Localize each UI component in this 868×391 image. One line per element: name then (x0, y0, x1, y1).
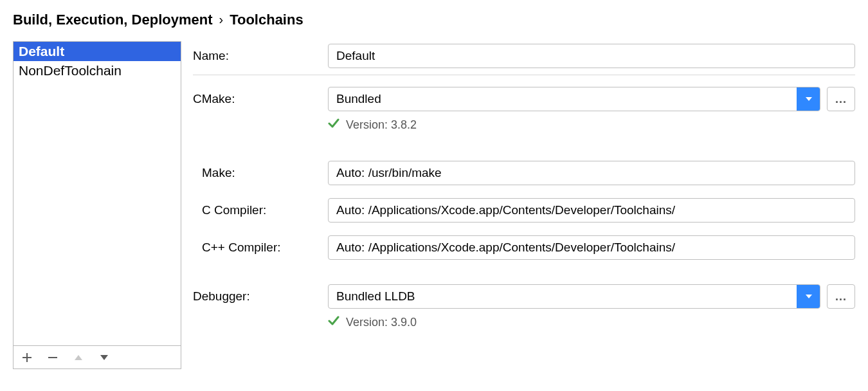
name-label: Name: (193, 49, 328, 63)
cmake-label: CMake: (193, 92, 328, 106)
chevron-down-icon (797, 285, 820, 308)
name-input[interactable] (328, 44, 855, 68)
chevron-down-icon (797, 87, 820, 111)
breadcrumb: Build, Execution, Deployment › Toolchain… (13, 12, 855, 28)
debugger-select[interactable]: Bundled LLDB (328, 284, 820, 309)
move-up-button[interactable] (71, 350, 86, 365)
toolchain-item-default[interactable]: Default (14, 42, 181, 61)
breadcrumb-level1[interactable]: Build, Execution, Deployment (13, 12, 212, 28)
breadcrumb-level2: Toolchains (230, 12, 303, 28)
add-button[interactable] (20, 350, 34, 365)
remove-button[interactable] (46, 350, 60, 365)
make-input[interactable] (328, 161, 855, 185)
cmake-select-value: Bundled (329, 87, 797, 111)
toolchain-list[interactable]: Default NonDefToolchain (13, 41, 181, 346)
chevron-right-icon: › (219, 12, 223, 27)
move-down-button[interactable] (97, 350, 111, 365)
c-compiler-input[interactable] (328, 198, 855, 223)
cmake-status: Version: 3.8.2 (328, 118, 855, 132)
debugger-version-label: Version: 3.9.0 (346, 316, 417, 329)
c-compiler-label: C Compiler: (193, 203, 328, 217)
debugger-browse-button[interactable]: ... (827, 284, 855, 309)
cmake-browse-button[interactable]: ... (827, 87, 855, 111)
cmake-version-label: Version: 3.8.2 (346, 118, 417, 132)
cpp-compiler-input[interactable] (328, 235, 855, 260)
toolchain-sidebar: Default NonDefToolchain (13, 41, 181, 369)
debugger-select-value: Bundled LLDB (329, 285, 797, 308)
divider (193, 75, 855, 75)
make-label: Make: (193, 166, 328, 180)
check-icon (328, 315, 339, 330)
toolchain-form: Name: CMake: Bundled ... Versi (193, 41, 855, 369)
svg-rect-0 (48, 357, 57, 358)
toolchain-list-toolbar (13, 346, 181, 369)
cpp-compiler-label: C++ Compiler: (193, 241, 328, 255)
debugger-label: Debugger: (193, 289, 328, 304)
toolchain-item-nondef[interactable]: NonDefToolchain (14, 61, 181, 80)
check-icon (328, 118, 339, 132)
debugger-status: Version: 3.9.0 (328, 315, 855, 330)
cmake-select[interactable]: Bundled (328, 87, 820, 111)
